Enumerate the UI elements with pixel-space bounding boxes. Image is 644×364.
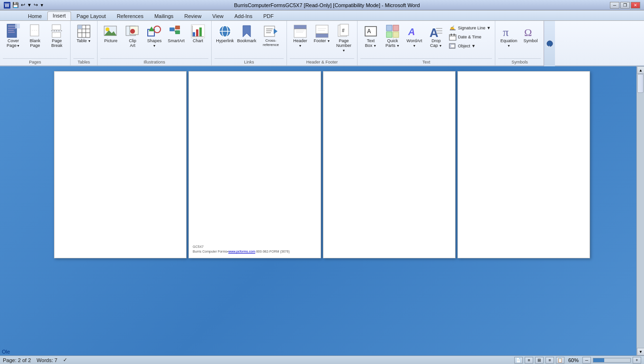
tab-mailings[interactable]: Mailings [149,12,179,20]
clip-art-button[interactable]: ClipArt [122,23,143,49]
tab-page-layout[interactable]: Page Layout [72,12,111,20]
tab-insert[interactable]: Insert [47,11,71,20]
ribbon: CoverPage▼ BlankPage [0,21,644,66]
quick-parts-button[interactable]: QuickParts ▼ [382,23,403,49]
svg-rect-5 [8,30,14,31]
picture-icon [103,24,118,39]
shapes-button[interactable]: Shapes ▼ [144,23,165,49]
smartart-button[interactable]: SmartArt [166,23,187,45]
signature-line-button[interactable]: ✍ Signature Line ▼ [447,24,492,32]
pages-group-content: CoverPage▼ BlankPage [3,23,67,57]
wordart-button[interactable]: A WordArt ▼ [404,23,425,49]
more-arrow[interactable]: ▼ [40,3,44,8]
symbols-group-content: π Equation ▼ Ω Symbol [498,23,541,57]
footer-button[interactable]: Footer ▼ [312,23,332,45]
zoom-out-button[interactable]: ─ [582,357,591,364]
restore-button[interactable]: ❐ [620,2,630,9]
table-label: Table ▼ [77,39,91,44]
scroll-up-button[interactable]: ▲ [637,66,644,74]
scroll-thumb[interactable] [637,74,644,93]
svg-text:Ω: Ω [524,27,532,38]
quick-redo[interactable]: ↪ [34,2,38,8]
footer-link[interactable]: www.pcforms.com [228,250,255,253]
title-controls[interactable]: ─ ❐ ✕ [610,2,640,9]
blank-page-button[interactable]: BlankPage [25,23,45,49]
hyperlink-button[interactable]: Hyperlink [215,23,235,45]
document-area: GC5X7 Burris Computer Forms•www.pcforms.… [0,66,644,355]
page-3-content [323,72,455,258]
cross-reference-button[interactable]: Cross-reference [258,23,284,48]
picture-button[interactable]: Picture [100,23,121,45]
document-page-1 [54,71,187,258]
quick-save[interactable]: 💾 [12,2,19,8]
svg-rect-4 [8,28,16,29]
close-button[interactable]: ✕ [631,2,640,9]
svg-rect-51 [294,25,306,29]
footer-icon [314,24,330,39]
tab-addins[interactable]: Add-Ins [229,12,258,20]
cover-page-icon [6,24,21,39]
svg-rect-36 [196,29,198,36]
tab-view[interactable]: View [207,12,229,20]
footer-line2: Burris Computer Forms•www.pcforms.com 80… [193,249,290,254]
tab-home[interactable]: Home [23,12,47,20]
svg-text:#: # [342,28,345,33]
svg-point-27 [154,26,161,33]
page-break-icon: - - - [49,24,64,39]
page-number-button[interactable]: # PageNumber ▼ [333,23,354,54]
svg-rect-7 [15,24,20,28]
svg-rect-31 [175,30,180,34]
proofing-icon[interactable]: ✓ [63,357,67,363]
view-normal-icon[interactable]: 📄 [514,357,523,364]
svg-line-32 [174,27,175,29]
page-footer: GC5X7 Burris Computer Forms•www.pcforms.… [193,245,290,254]
title-bar: W 💾 ↩ ▼ ↪ ▼ BurrisComputerFormsGC5X7 [Re… [0,0,644,10]
symbol-button[interactable]: Ω Symbol [520,23,541,45]
view-reading-icon[interactable]: ≡ [525,357,533,364]
svg-text:A: A [408,27,415,37]
text-box-button[interactable]: A TextBox ▼ [360,23,381,49]
cover-page-label: CoverPage▼ [7,39,20,48]
date-time-button[interactable]: Date & Time [447,33,492,41]
ribbon-group-tables: Table ▼ Tables [71,21,98,65]
view-draft-icon[interactable]: 📋 [556,357,564,364]
ribbon-group-illustrations: Picture ClipArt [98,21,212,65]
svg-rect-68 [393,32,399,37]
svg-rect-29 [170,27,174,31]
chart-button[interactable]: Chart [188,23,208,45]
svg-rect-10 [52,25,61,30]
signature-line-icon: ✍ [449,24,456,32]
tab-pdf[interactable]: PDF [258,12,279,20]
minimize-button[interactable]: ─ [610,2,619,9]
vertical-scrollbar[interactable]: ▲ ▼ [636,66,644,355]
quick-undo[interactable]: ↩ [21,2,25,8]
ribbon-group-text: A TextBox ▼ QuickParts ▼ [358,21,495,65]
ribbon-group-pages: CoverPage▼ BlankPage [0,21,71,65]
svg-rect-37 [199,27,202,36]
page-break-button[interactable]: - - - PageBreak [46,23,67,49]
help-button[interactable]: ? [544,21,555,66]
svg-rect-19 [78,25,82,29]
status-right: 📄 ≡ ⊞ ≡ 📋 60% ─ + [514,357,641,364]
view-web-icon[interactable]: ⊞ [535,357,544,364]
header-button[interactable]: Header ▼ [290,23,311,49]
view-outline-icon[interactable]: ≡ [546,357,554,364]
svg-rect-30 [175,26,180,29]
tab-review[interactable]: Review [179,12,206,20]
bookmark-label: Bookmark [237,39,257,44]
zoom-in-button[interactable]: + [633,357,641,364]
scroll-track[interactable] [637,74,644,348]
cover-page-button[interactable]: CoverPage▼ [3,23,24,49]
drop-cap-button[interactable]: A DropCap ▼ [426,23,447,49]
object-button[interactable]: Object ▼ [447,42,492,50]
page-2-content: GC5X7 Burris Computer Forms•www.pcforms.… [189,72,321,258]
chart-icon [190,24,206,39]
svg-rect-65 [386,25,392,31]
bookmark-button[interactable]: Bookmark [236,23,257,45]
zoom-slider[interactable] [593,358,631,363]
tab-references[interactable]: References [112,12,149,20]
table-button[interactable]: Table ▼ [73,23,94,45]
links-group-content: Hyperlink Bookmark [215,23,284,57]
equation-button[interactable]: π Equation ▼ [498,23,519,49]
scroll-down-button[interactable]: ▼ [637,348,644,355]
